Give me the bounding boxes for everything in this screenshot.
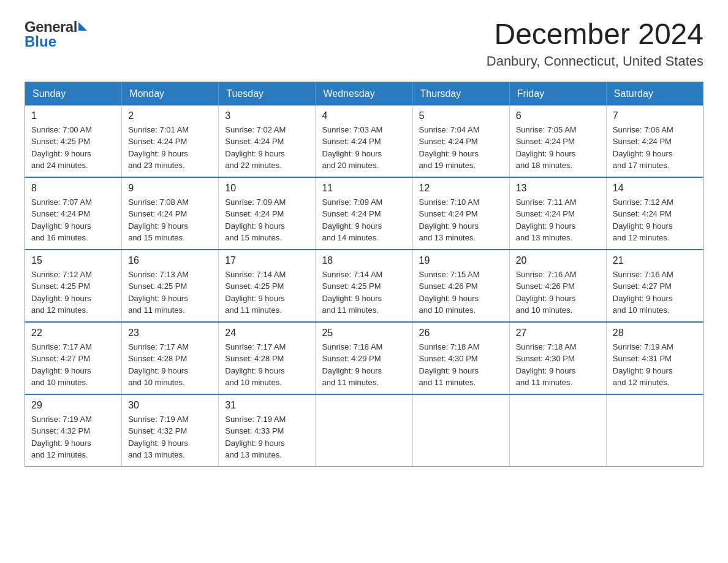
day-number: 1 [31, 110, 115, 121]
day-info: Sunrise: 7:11 AMSunset: 4:24 PMDaylight:… [516, 196, 600, 244]
day-number: 23 [128, 327, 212, 339]
day-number: 24 [225, 327, 309, 339]
calendar-day-cell: 31 Sunrise: 7:19 AMSunset: 4:33 PMDaylig… [219, 394, 316, 467]
day-info: Sunrise: 7:12 AMSunset: 4:25 PMDaylight:… [31, 269, 115, 316]
calendar-day-cell: 3 Sunrise: 7:02 AMSunset: 4:24 PMDayligh… [219, 105, 316, 177]
calendar-day-cell: 8 Sunrise: 7:07 AMSunset: 4:24 PMDayligh… [25, 177, 122, 250]
calendar-day-cell: 14 Sunrise: 7:12 AMSunset: 4:24 PMDaylig… [606, 177, 703, 250]
weekday-header-saturday: Saturday [606, 82, 703, 105]
calendar-day-cell: 22 Sunrise: 7:17 AMSunset: 4:27 PMDaylig… [25, 322, 122, 394]
day-number: 14 [613, 183, 697, 194]
day-info: Sunrise: 7:09 AMSunset: 4:24 PMDaylight:… [322, 196, 406, 244]
calendar-day-cell: 21 Sunrise: 7:16 AMSunset: 4:27 PMDaylig… [606, 250, 703, 322]
calendar-day-cell: 27 Sunrise: 7:18 AMSunset: 4:30 PMDaylig… [509, 322, 606, 394]
day-info: Sunrise: 7:16 AMSunset: 4:26 PMDaylight:… [516, 269, 600, 316]
calendar-week-row: 8 Sunrise: 7:07 AMSunset: 4:24 PMDayligh… [25, 177, 703, 250]
day-info: Sunrise: 7:00 AMSunset: 4:25 PMDaylight:… [31, 124, 115, 172]
calendar-week-row: 15 Sunrise: 7:12 AMSunset: 4:25 PMDaylig… [25, 250, 703, 322]
day-info: Sunrise: 7:07 AMSunset: 4:24 PMDaylight:… [31, 196, 115, 244]
day-number: 19 [419, 255, 503, 266]
calendar-day-cell [316, 394, 412, 467]
calendar-day-cell: 7 Sunrise: 7:06 AMSunset: 4:24 PMDayligh… [606, 105, 703, 177]
title-area: December 2024 Danbury, Connecticut, Unit… [487, 18, 703, 69]
calendar-day-cell: 30 Sunrise: 7:19 AMSunset: 4:32 PMDaylig… [122, 394, 219, 467]
calendar-day-cell [412, 394, 509, 467]
calendar-day-cell: 18 Sunrise: 7:14 AMSunset: 4:25 PMDaylig… [316, 250, 412, 322]
day-info: Sunrise: 7:04 AMSunset: 4:24 PMDaylight:… [419, 124, 503, 172]
day-info: Sunrise: 7:17 AMSunset: 4:28 PMDaylight:… [128, 341, 212, 389]
calendar-week-row: 1 Sunrise: 7:00 AMSunset: 4:25 PMDayligh… [25, 105, 703, 177]
day-info: Sunrise: 7:16 AMSunset: 4:27 PMDaylight:… [613, 269, 697, 316]
day-number: 17 [225, 255, 309, 266]
day-info: Sunrise: 7:19 AMSunset: 4:32 PMDaylight:… [31, 413, 115, 461]
weekday-header-monday: Monday [122, 82, 219, 105]
day-number: 4 [322, 110, 406, 121]
calendar-day-cell: 11 Sunrise: 7:09 AMSunset: 4:24 PMDaylig… [316, 177, 412, 250]
day-info: Sunrise: 7:02 AMSunset: 4:24 PMDaylight:… [225, 124, 309, 172]
calendar-day-cell: 17 Sunrise: 7:14 AMSunset: 4:25 PMDaylig… [219, 250, 316, 322]
calendar-day-cell: 15 Sunrise: 7:12 AMSunset: 4:25 PMDaylig… [25, 250, 122, 322]
day-info: Sunrise: 7:01 AMSunset: 4:24 PMDaylight:… [128, 124, 212, 172]
calendar-table: SundayMondayTuesdayWednesdayThursdayFrid… [25, 82, 703, 467]
day-number: 22 [31, 327, 115, 339]
day-number: 2 [128, 110, 212, 121]
day-info: Sunrise: 7:08 AMSunset: 4:24 PMDaylight:… [128, 196, 212, 244]
calendar-week-row: 29 Sunrise: 7:19 AMSunset: 4:32 PMDaylig… [25, 394, 703, 467]
day-number: 8 [31, 183, 115, 194]
day-info: Sunrise: 7:15 AMSunset: 4:26 PMDaylight:… [419, 269, 503, 316]
day-info: Sunrise: 7:10 AMSunset: 4:24 PMDaylight:… [419, 196, 503, 244]
weekday-header-sunday: Sunday [25, 82, 122, 105]
calendar-day-cell [606, 394, 703, 467]
logo-blue-text: Blue [25, 33, 56, 50]
calendar-day-cell: 16 Sunrise: 7:13 AMSunset: 4:25 PMDaylig… [122, 250, 219, 322]
day-info: Sunrise: 7:19 AMSunset: 4:32 PMDaylight:… [128, 413, 212, 461]
day-number: 27 [516, 327, 600, 339]
calendar-day-cell: 20 Sunrise: 7:16 AMSunset: 4:26 PMDaylig… [509, 250, 606, 322]
calendar-day-cell: 29 Sunrise: 7:19 AMSunset: 4:32 PMDaylig… [25, 394, 122, 467]
day-info: Sunrise: 7:06 AMSunset: 4:24 PMDaylight:… [613, 124, 697, 172]
calendar-week-row: 22 Sunrise: 7:17 AMSunset: 4:27 PMDaylig… [25, 322, 703, 394]
day-number: 20 [516, 255, 600, 266]
calendar-day-cell: 23 Sunrise: 7:17 AMSunset: 4:28 PMDaylig… [122, 322, 219, 394]
day-info: Sunrise: 7:14 AMSunset: 4:25 PMDaylight:… [322, 269, 406, 316]
day-info: Sunrise: 7:19 AMSunset: 4:33 PMDaylight:… [225, 413, 309, 461]
day-info: Sunrise: 7:18 AMSunset: 4:30 PMDaylight:… [516, 341, 600, 389]
day-number: 12 [419, 183, 503, 194]
logo: General Blue [25, 18, 87, 50]
logo-triangle-icon [78, 22, 87, 31]
calendar-day-cell: 5 Sunrise: 7:04 AMSunset: 4:24 PMDayligh… [412, 105, 509, 177]
day-info: Sunrise: 7:19 AMSunset: 4:31 PMDaylight:… [613, 341, 697, 389]
calendar-day-cell: 25 Sunrise: 7:18 AMSunset: 4:29 PMDaylig… [316, 322, 412, 394]
weekday-header-friday: Friday [509, 82, 606, 105]
day-info: Sunrise: 7:18 AMSunset: 4:30 PMDaylight:… [419, 341, 503, 389]
day-info: Sunrise: 7:03 AMSunset: 4:24 PMDaylight:… [322, 124, 406, 172]
day-info: Sunrise: 7:12 AMSunset: 4:24 PMDaylight:… [613, 196, 697, 244]
location-title: Danbury, Connecticut, United States [487, 53, 703, 69]
calendar-day-cell: 9 Sunrise: 7:08 AMSunset: 4:24 PMDayligh… [122, 177, 219, 250]
day-number: 9 [128, 183, 212, 194]
weekday-header-wednesday: Wednesday [316, 82, 412, 105]
calendar-day-cell: 10 Sunrise: 7:09 AMSunset: 4:24 PMDaylig… [219, 177, 316, 250]
day-number: 28 [613, 327, 697, 339]
calendar-day-cell [509, 394, 606, 467]
day-number: 21 [613, 255, 697, 266]
calendar-day-cell: 1 Sunrise: 7:00 AMSunset: 4:25 PMDayligh… [25, 105, 122, 177]
calendar-day-cell: 28 Sunrise: 7:19 AMSunset: 4:31 PMDaylig… [606, 322, 703, 394]
day-info: Sunrise: 7:17 AMSunset: 4:28 PMDaylight:… [225, 341, 309, 389]
day-number: 6 [516, 110, 600, 121]
day-number: 26 [419, 327, 503, 339]
calendar-day-cell: 6 Sunrise: 7:05 AMSunset: 4:24 PMDayligh… [509, 105, 606, 177]
calendar-day-cell: 19 Sunrise: 7:15 AMSunset: 4:26 PMDaylig… [412, 250, 509, 322]
day-number: 3 [225, 110, 309, 121]
day-info: Sunrise: 7:17 AMSunset: 4:27 PMDaylight:… [31, 341, 115, 389]
calendar-day-cell: 4 Sunrise: 7:03 AMSunset: 4:24 PMDayligh… [316, 105, 412, 177]
day-number: 13 [516, 183, 600, 194]
day-info: Sunrise: 7:09 AMSunset: 4:24 PMDaylight:… [225, 196, 309, 244]
day-number: 16 [128, 255, 212, 266]
month-title: December 2024 [487, 18, 703, 51]
day-info: Sunrise: 7:14 AMSunset: 4:25 PMDaylight:… [225, 269, 309, 316]
day-info: Sunrise: 7:05 AMSunset: 4:24 PMDaylight:… [516, 124, 600, 172]
day-number: 5 [419, 110, 503, 121]
calendar-day-cell: 13 Sunrise: 7:11 AMSunset: 4:24 PMDaylig… [509, 177, 606, 250]
calendar-day-cell: 2 Sunrise: 7:01 AMSunset: 4:24 PMDayligh… [122, 105, 219, 177]
